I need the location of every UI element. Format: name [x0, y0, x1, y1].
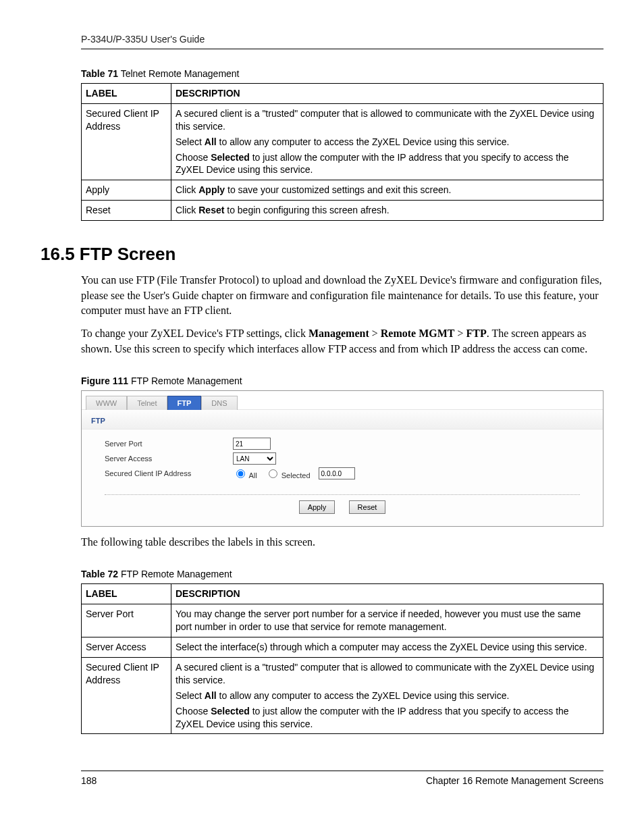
tab-www[interactable]: WWW — [86, 396, 127, 410]
table71-header-label: LABEL — [82, 84, 171, 104]
table71-caption-rest: Telnet Remote Management — [118, 68, 240, 79]
table72-caption-rest: FTP Remote Management — [118, 569, 232, 579]
table-row-label: Apply — [82, 180, 171, 201]
table72-header-label: LABEL — [82, 584, 171, 604]
section-para1: You can use FTP (File Transfer Protocol)… — [81, 273, 603, 318]
figure-caption-rest: FTP Remote Management — [128, 375, 242, 386]
table72-caption: Table 72 FTP Remote Management — [81, 569, 603, 579]
reset-button[interactable]: Reset — [349, 500, 386, 514]
table71-header-desc: DESCRIPTION — [171, 84, 603, 104]
server-port-input[interactable] — [233, 438, 271, 450]
chapter-title: Chapter 16 Remote Management Screens — [426, 775, 603, 786]
table71-caption: Table 71 Telnet Remote Management — [81, 68, 603, 79]
table-row-label: Secured Client IP Address — [82, 103, 171, 180]
server-access-select[interactable]: LAN — [233, 452, 276, 465]
table72-header-desc: DESCRIPTION — [171, 584, 603, 604]
tab-ftp[interactable]: FTP — [167, 396, 202, 410]
table-row-label: Server Port — [82, 604, 171, 637]
table-row-label: Secured Client IP Address — [82, 658, 171, 734]
server-access-label: Server Access — [105, 454, 233, 463]
after-figure-text: The following table describes the labels… — [81, 535, 603, 550]
radio-selected[interactable] — [269, 469, 277, 478]
apply-button[interactable]: Apply — [299, 500, 336, 514]
running-header: P-334U/P-335U User's Guide — [81, 34, 603, 49]
figure-caption-bold: Figure 111 — [81, 375, 128, 386]
secured-ip-input[interactable] — [319, 467, 355, 479]
table71: LABEL DESCRIPTION Secured Client IP Addr… — [81, 83, 603, 221]
figure-caption: Figure 111 FTP Remote Management — [81, 375, 603, 386]
section-para2: To change your ZyXEL Device's FTP settin… — [81, 326, 603, 357]
tab-telnet[interactable]: Telnet — [127, 396, 167, 410]
radio-all[interactable] — [236, 469, 245, 478]
table-row-desc: You may change the server port number fo… — [171, 604, 603, 637]
table-row-desc: A secured client is a "trusted" computer… — [171, 103, 603, 180]
figure-screenshot: WWWTelnetFTPDNS FTP Server Port Server A… — [81, 390, 603, 527]
table-row-desc: Click Reset to begin configuring this sc… — [171, 201, 603, 221]
tab-dns[interactable]: DNS — [201, 396, 237, 410]
radio-selected-label[interactable]: Selected — [265, 467, 311, 479]
figure-panel-title: FTP — [82, 410, 603, 429]
table71-caption-bold: Table 71 — [81, 68, 118, 79]
table-row-desc: A secured client is a "trusted" computer… — [171, 658, 603, 734]
table-row-desc: Click Apply to save your customized sett… — [171, 180, 603, 201]
figure-tabs: WWWTelnetFTPDNS — [82, 391, 603, 410]
table72: LABEL DESCRIPTION Server PortYou may cha… — [81, 583, 603, 734]
secured-client-ip-label: Secured Client IP Address — [105, 469, 233, 477]
table72-caption-bold: Table 72 — [81, 569, 118, 579]
figure-divider — [105, 494, 580, 495]
page-number: 188 — [81, 775, 97, 786]
radio-all-label[interactable]: All — [233, 467, 257, 479]
page-footer: 188 Chapter 16 Remote Management Screens — [81, 771, 603, 786]
table-row-desc: Select the interface(s) through which a … — [171, 637, 603, 658]
table-row-label: Server Access — [82, 637, 171, 658]
section-heading: 16.5 FTP Screen — [41, 244, 603, 265]
server-port-label: Server Port — [105, 440, 233, 448]
table-row-label: Reset — [82, 201, 171, 221]
